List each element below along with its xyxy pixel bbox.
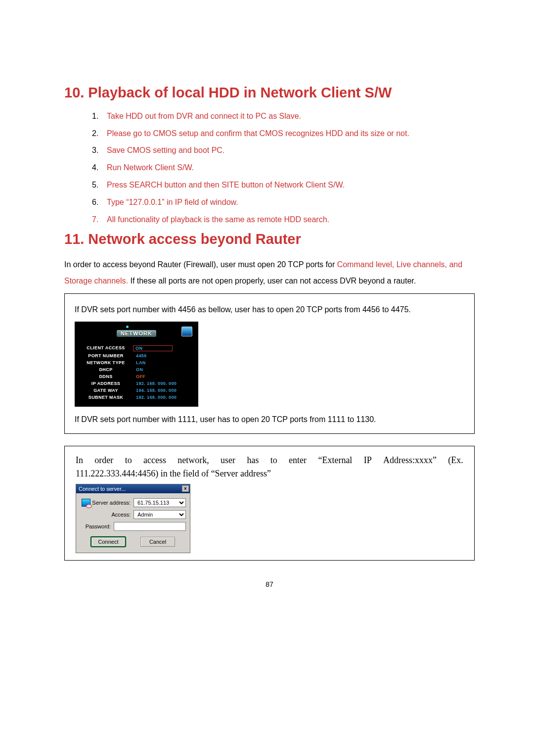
step-7: All functionality of playback is the sam… — [92, 214, 475, 226]
server-address-input[interactable]: 61.75.15.113 — [134, 498, 186, 507]
dvr-label-client-access: CLIENT ACCESS — [79, 345, 133, 351]
dialog-title-text: Connect to server... — [79, 486, 126, 492]
section-11-title: 11. Network access beyond Rauter — [64, 231, 475, 248]
w5: user — [221, 455, 235, 466]
dvr-value-ddns: OFF — [133, 374, 194, 379]
w3: access — [143, 455, 166, 466]
access-select[interactable]: Admin — [134, 510, 186, 519]
box2-line2: 111.222.333.444:4456) in the field of “S… — [76, 469, 463, 479]
dvr-label-gateway: GATE WAY — [79, 388, 133, 393]
cancel-button[interactable]: Cancel — [140, 537, 175, 547]
intro-part-1: In order to access beyond Rauter (Firewa… — [64, 260, 337, 269]
box1-bottom-text: If DVR sets port number with 1111, user … — [75, 412, 464, 427]
w2: to — [125, 455, 132, 466]
access-label: Access: — [92, 512, 134, 518]
step-1: Take HDD out from DVR and connect it to … — [92, 110, 475, 123]
w12: (Ex. — [448, 455, 463, 466]
dvr-label-ip-address: IP ADDRESS — [79, 381, 133, 386]
dvr-label-dhcp: DHCP — [79, 367, 133, 372]
w0: In — [76, 455, 83, 466]
dvr-dot-icon — [126, 326, 129, 328]
step-3: Save CMOS setting and boot PC. — [92, 144, 475, 157]
step-6: Type “127.0.0.1” in IP field of window. — [92, 196, 475, 209]
step-5: Press SEARCH button and then SITE button… — [92, 179, 475, 191]
dvr-value-client-access: ON — [133, 345, 173, 351]
password-label: Password: — [86, 523, 114, 529]
box1-top-text: If DVR sets port number with 4456 as bel… — [75, 302, 464, 318]
w1: order — [94, 455, 113, 466]
password-input[interactable] — [114, 522, 186, 531]
dvr-label-port-number: PORT NUMBER — [79, 353, 133, 358]
step-2: Please go to CMOS setup and confirm that… — [92, 128, 475, 140]
dvr-value-network-type: LAN — [133, 360, 194, 365]
dvr-network-panel: NETWORK CLIENT ACCESS ON PORT NUMBER 445… — [75, 322, 198, 407]
dvr-value-dhcp: ON — [133, 367, 194, 372]
dvr-label-network-type: NETWORK TYPE — [79, 360, 133, 365]
step-4: Run Network Client S/W. — [92, 162, 475, 174]
box2-line1: In order to access network, user has to … — [76, 455, 463, 466]
server-address-box: In order to access network, user has to … — [64, 446, 475, 561]
w6: has — [247, 455, 259, 466]
section-10-title: 10. Playback of local HDD in Network Cli… — [64, 84, 475, 101]
w4: network, — [178, 455, 209, 466]
dvr-network-badge: NETWORK — [117, 330, 156, 337]
w7: to — [270, 455, 277, 466]
dvr-panel-header: NETWORK — [79, 325, 194, 342]
dvr-label-ddns: DDNS — [79, 374, 133, 379]
w11: Address:xxxx” — [383, 455, 437, 466]
port-range-box: If DVR sets port number with 4456 as bel… — [64, 293, 475, 434]
dvr-value-ip-address: 192. 168. 000. 000 — [133, 381, 194, 386]
monitor-icon — [181, 327, 192, 336]
intro-part-2: If these all ports are not open properly… — [128, 277, 416, 285]
dvr-settings-table: CLIENT ACCESS ON PORT NUMBER 4456 NETWOR… — [79, 345, 194, 400]
server-address-label: Server address: — [92, 500, 134, 506]
page-number: 87 — [64, 580, 475, 588]
w9: “External — [318, 455, 352, 466]
connect-icon — [80, 499, 92, 507]
dvr-label-subnet-mask: SUBNET MASK — [79, 395, 133, 400]
dvr-value-subnet-mask: 192. 168. 000. 000 — [133, 395, 194, 400]
dialog-titlebar: Connect to server... × — [76, 484, 190, 493]
connect-button[interactable]: Connect — [91, 537, 126, 547]
dvr-value-port-number: 4456 — [133, 353, 194, 358]
w8: enter — [289, 455, 307, 466]
section-11-intro: In order to access beyond Rauter (Firewa… — [64, 257, 475, 289]
connect-dialog: Connect to server... × Server address: 6… — [76, 484, 190, 553]
close-icon[interactable]: × — [182, 485, 189, 492]
dvr-value-gateway: 194. 158. 000. 000 — [133, 388, 194, 393]
section-10-steps: Take HDD out from DVR and connect it to … — [92, 110, 475, 226]
w10: IP — [364, 455, 372, 466]
